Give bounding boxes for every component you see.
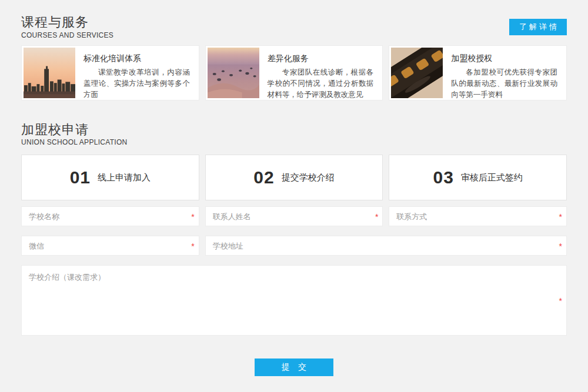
- school-intro-textarea[interactable]: [21, 265, 567, 336]
- application-subtitle: UNION SCHOOL APPLICATION: [21, 138, 567, 146]
- application-section-header: 加盟校申请 UNION SCHOOL APPLICATION: [21, 100, 567, 147]
- card-differentiated-service: 差异化服务 专家团队在线诊断，根据各学校的不同情况，通过分析数据材料等，给予评测…: [205, 45, 383, 100]
- city-skyline-image: [24, 48, 75, 98]
- card-desc: 专家团队在线诊断，根据各学校的不同情况，通过分析数据材料等，给予评测及教改意见: [268, 67, 374, 98]
- card-title: 差异化服务: [268, 53, 374, 64]
- contact-name-field: *: [205, 206, 383, 226]
- wechat-field: *: [21, 236, 199, 256]
- required-asterisk: *: [559, 297, 562, 305]
- step-1-apply-online: 01 线上申请加入: [21, 155, 199, 200]
- card-desc: 各加盟校可优先获得专家团队的最新动态、最新行业发展动向等第一手资料: [451, 67, 557, 98]
- service-cards: 标准化培训体系 课堂教学改革培训，内容涵盖理论、实操方法与案例等多个方面: [21, 45, 567, 100]
- submit-button[interactable]: 提交: [255, 359, 333, 376]
- school-name-input[interactable]: [21, 206, 199, 226]
- desert-dusk-image: [208, 48, 259, 98]
- school-address-field: *: [205, 236, 567, 256]
- card-title: 加盟校授权: [451, 53, 557, 64]
- required-asterisk: *: [559, 213, 562, 221]
- contact-name-input[interactable]: [205, 206, 383, 226]
- card-desc: 课堂教学改革培训，内容涵盖理论、实操方法与案例等多个方面: [83, 67, 190, 98]
- courses-subtitle: COURSES AND SERVICES: [21, 31, 567, 39]
- step-label: 提交学校介绍: [282, 172, 335, 183]
- film-strip-image: [391, 48, 443, 98]
- school-name-field: *: [21, 206, 199, 226]
- card-standard-training: 标准化培训体系 课堂教学改革培训，内容涵盖理论、实操方法与案例等多个方面: [21, 45, 199, 100]
- form-row-1: * * *: [21, 206, 567, 226]
- contact-method-field: *: [389, 206, 567, 226]
- step-number: 01: [70, 167, 91, 187]
- required-asterisk: *: [191, 213, 194, 221]
- page-container: 课程与服务 COURSES AND SERVICES 了解详情: [0, 0, 588, 376]
- application-steps: 01 线上申请加入 02 提交学校介绍 03 审核后正式签约: [21, 155, 567, 200]
- learn-more-button[interactable]: 了解详情: [509, 19, 567, 35]
- step-number: 03: [433, 167, 453, 187]
- courses-section-header: 课程与服务 COURSES AND SERVICES 了解详情: [21, 0, 567, 39]
- step-2-submit-intro: 02 提交学校介绍: [205, 155, 383, 200]
- application-title: 加盟校申请: [21, 122, 567, 138]
- submit-label: 提交: [282, 362, 315, 373]
- school-address-input[interactable]: [205, 236, 567, 256]
- card-body: 差异化服务 专家团队在线诊断，根据各学校的不同情况，通过分析数据材料等，给予评测…: [259, 48, 381, 98]
- required-asterisk: *: [375, 213, 378, 221]
- learn-more-label: 了解详情: [519, 22, 559, 32]
- step-3-sign-contract: 03 审核后正式签约: [389, 155, 567, 200]
- step-label: 审核后正式签约: [461, 172, 523, 183]
- application-form: * * * * * *: [21, 206, 567, 376]
- card-body: 标准化培训体系 课堂教学改革培训，内容涵盖理论、实操方法与案例等多个方面: [75, 48, 197, 98]
- submit-row: 提交: [21, 359, 567, 376]
- card-title: 标准化培训体系: [83, 53, 190, 64]
- step-label: 线上申请加入: [98, 172, 151, 183]
- courses-title: 课程与服务: [21, 14, 567, 31]
- contact-method-input[interactable]: [389, 206, 567, 226]
- wechat-input[interactable]: [21, 236, 199, 256]
- school-intro-field: *: [21, 265, 567, 336]
- step-number: 02: [253, 167, 274, 187]
- required-asterisk: *: [191, 242, 194, 250]
- required-asterisk: *: [559, 242, 562, 250]
- form-row-2: * *: [21, 236, 567, 256]
- card-body: 加盟校授权 各加盟校可优先获得专家团队的最新动态、最新行业发展动向等第一手资料: [443, 48, 564, 98]
- card-franchise-authorization: 加盟校授权 各加盟校可优先获得专家团队的最新动态、最新行业发展动向等第一手资料: [389, 45, 567, 100]
